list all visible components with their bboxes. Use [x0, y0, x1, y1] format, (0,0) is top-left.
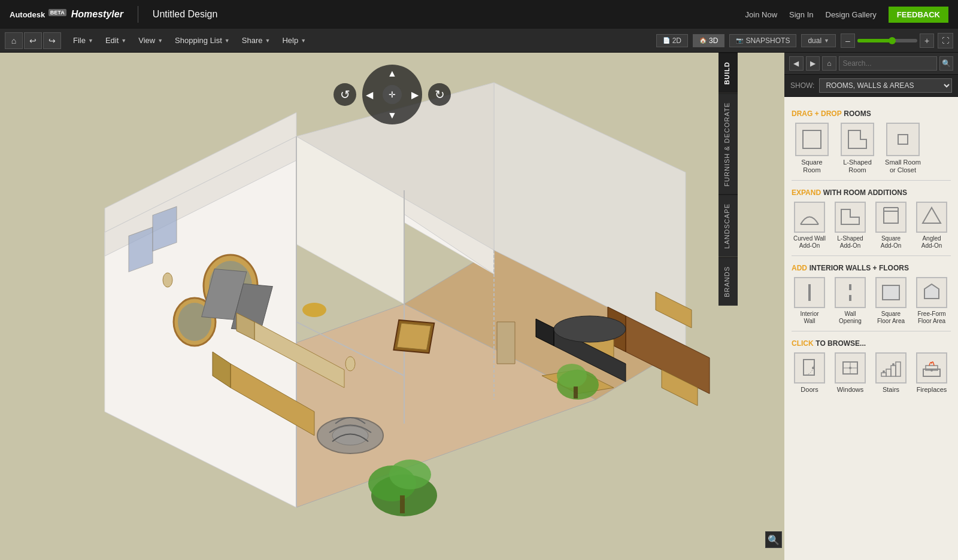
sign-in-link[interactable]: Sign In: [789, 10, 813, 19]
stairs-icon: [875, 352, 907, 384]
svg-point-80: [930, 369, 933, 372]
doors-item[interactable]: Doors: [792, 352, 827, 394]
share-menu-arrow: ▼: [265, 38, 270, 44]
share-menu[interactable]: Share ▼: [236, 34, 277, 47]
help-menu[interactable]: Help ▼: [276, 34, 312, 47]
svg-rect-33: [400, 495, 405, 513]
build-tab[interactable]: BUILD: [718, 53, 738, 93]
wall-opening-item[interactable]: WallOpening: [832, 277, 868, 325]
house-view: [0, 53, 784, 560]
zoom-plus-button[interactable]: +: [920, 34, 934, 48]
help-menu-arrow: ▼: [301, 38, 306, 44]
dual-arrow: ▼: [824, 38, 829, 44]
windows-item[interactable]: Windows: [832, 352, 868, 394]
show-row: SHOW: ROOMS, WALLS & AREAS FLOOR PLAN 3D…: [784, 75, 958, 97]
svg-point-29: [332, 426, 368, 445]
show-dropdown[interactable]: ROOMS, WALLS & AREAS FLOOR PLAN 3D VIEW: [819, 78, 952, 93]
zoom-slider[interactable]: [857, 39, 917, 42]
file-menu[interactable]: File ▼: [67, 34, 99, 47]
home-button[interactable]: ⌂: [5, 32, 23, 49]
doors-label: Doors: [801, 386, 818, 394]
landscape-tab[interactable]: LANDSCAPE: [718, 194, 738, 257]
fireplaces-item[interactable]: Fireplaces: [914, 352, 950, 394]
browse-grid: Doors Windows: [792, 352, 951, 394]
square-room-item[interactable]: SquareRoom: [792, 123, 832, 174]
feedback-button[interactable]: FEEDBACK: [889, 7, 948, 23]
panel-forward-button[interactable]: ▶: [806, 56, 820, 71]
rotate-left-button[interactable]: ↺: [334, 83, 356, 106]
panel-back-button[interactable]: ◀: [789, 56, 804, 71]
small-room-item[interactable]: Small Roomor Closet: [883, 123, 923, 174]
l-shaped-addon-icon: [835, 202, 866, 233]
curved-wall-label: Curved WallAdd-On: [793, 235, 826, 249]
shopping-list-menu[interactable]: Shopping List ▼: [169, 34, 236, 47]
nav-down-button[interactable]: ▼: [387, 110, 397, 121]
small-room-label: Small Roomor Closet: [885, 159, 921, 174]
svg-point-32: [389, 459, 431, 489]
svg-rect-53: [898, 135, 908, 144]
zoom-minus-button[interactable]: –: [841, 34, 855, 48]
interior-walls-header: ADD INTERIOR WALLS + FLOORS: [792, 263, 951, 272]
join-now-link[interactable]: Join Now: [745, 10, 777, 19]
svg-point-76: [883, 370, 885, 373]
zoom-slider-thumb[interactable]: [889, 37, 896, 44]
doors-icon: [794, 352, 825, 384]
edit-menu[interactable]: Edit ▼: [99, 34, 132, 47]
svg-rect-72: [881, 373, 886, 376]
svg-rect-56: [884, 211, 898, 223]
view-2d-button[interactable]: 📄 2D: [656, 34, 688, 47]
svg-rect-47: [397, 323, 431, 349]
side-zoom-button[interactable]: 🔍: [765, 531, 782, 548]
panel-navigation: ◀ ▶ ⌂ 🔍: [784, 53, 958, 75]
nav-left-button[interactable]: ◀: [366, 89, 373, 101]
view-3d-button[interactable]: 🏠 3D: [693, 34, 724, 47]
square-room-icon: [795, 123, 829, 156]
svg-marker-65: [924, 284, 939, 299]
panel-search-input[interactable]: [839, 56, 937, 71]
wall-opening-icon: [835, 277, 866, 308]
undo-button[interactable]: ↩: [24, 32, 42, 49]
stairs-item[interactable]: Stairs: [873, 352, 909, 394]
view-menu[interactable]: View ▼: [132, 34, 169, 47]
l-shaped-addon-item[interactable]: L-ShapedAdd-On: [832, 202, 868, 249]
expand-rooms-header: EXPAND WITH ROOM ADDITIONS: [792, 188, 951, 197]
furnish-decorate-tab[interactable]: FURNISH & DECORATE: [718, 93, 738, 195]
panel-search-button[interactable]: 🔍: [939, 56, 954, 71]
curved-wall-item[interactable]: Curved WallAdd-On: [792, 202, 827, 249]
dual-button[interactable]: dual ▼: [801, 34, 836, 47]
square-addon-icon: [875, 202, 907, 233]
redo-button[interactable]: ↪: [43, 32, 61, 49]
rotate-right-button[interactable]: ↻: [428, 83, 451, 106]
main-area: ↺ ▲ ▼ ◀ ▶ ✛ ↻ BUILD FURNISH & DECORATE L…: [0, 53, 958, 560]
interior-wall-item[interactable]: InteriorWall: [792, 277, 827, 325]
brands-tab[interactable]: BRANDS: [718, 257, 738, 306]
panel-home-button[interactable]: ⌂: [822, 56, 836, 71]
nav-center-button[interactable]: ✛: [383, 85, 402, 104]
nav-right-button[interactable]: ▶: [411, 89, 419, 101]
svg-marker-55: [841, 209, 859, 224]
zoom-slider-fill: [857, 39, 890, 42]
svg-point-49: [163, 273, 172, 287]
l-shaped-room-icon: [841, 123, 874, 156]
walls-floors-grid: InteriorWall WallOpening SquareFloor Are…: [792, 277, 951, 325]
nav-up-button[interactable]: ▲: [387, 68, 397, 79]
snapshots-button[interactable]: 📷 SNAPSHOTS: [729, 34, 796, 47]
svg-rect-64: [883, 285, 899, 300]
viewport[interactable]: ↺ ▲ ▼ ◀ ▶ ✛ ↻: [0, 53, 784, 560]
freeform-floor-item[interactable]: Free-FormFloor Area: [914, 277, 950, 325]
windows-icon: [835, 352, 866, 384]
svg-rect-48: [497, 322, 515, 364]
fullscreen-button[interactable]: ⛶: [938, 33, 953, 48]
square-addon-item[interactable]: SquareAdd-On: [873, 202, 909, 249]
toolbar: ⌂ ↩ ↪ File ▼ Edit ▼ View ▼ Shopping List…: [0, 29, 958, 53]
l-shaped-room-label: L-ShapedRoom: [843, 159, 872, 174]
beta-badge: BETA: [48, 9, 66, 16]
angled-addon-item[interactable]: AngledAdd-On: [914, 202, 950, 249]
shopping-list-arrow: ▼: [225, 38, 230, 44]
square-floor-label: SquareFloor Area: [877, 311, 905, 325]
svg-rect-73: [886, 369, 891, 376]
l-shaped-room-item[interactable]: L-ShapedRoom: [837, 123, 878, 174]
square-floor-item[interactable]: SquareFloor Area: [873, 277, 909, 325]
section-divider-1: [792, 180, 951, 181]
design-gallery-link[interactable]: Design Gallery: [826, 10, 877, 19]
